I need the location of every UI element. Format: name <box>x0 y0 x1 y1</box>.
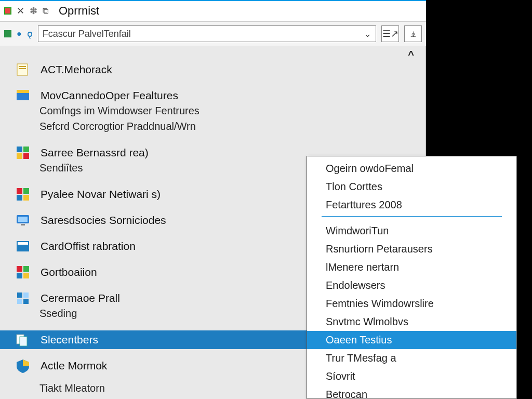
close-icon[interactable]: ✕ <box>17 5 24 17</box>
menu-item[interactable]: lMenere nertarn <box>307 258 516 276</box>
svg-rect-20 <box>17 273 22 278</box>
docs-icon <box>15 331 31 348</box>
result-subitem-label: Comfngs im Wimdowser Fentrures <box>39 105 200 116</box>
result-item-label: CardOffist rabration <box>41 240 136 252</box>
svg-rect-5 <box>17 147 22 152</box>
result-item-label: Saresdsocies Sorniciodes <box>41 214 166 227</box>
monitor-icon <box>15 212 31 229</box>
restore-icon[interactable]: ⧉ <box>43 6 48 16</box>
menu-item[interactable]: Femtnies Wimdowrslire <box>307 295 516 313</box>
result-item-label: Sarree Bernassrd rea) <box>41 147 149 159</box>
result-subitem-label: Sendiîtes <box>39 162 83 174</box>
maximize-icon[interactable]: ✽ <box>30 5 37 17</box>
result-item-label: MovCannedoOper Fealtures <box>41 89 178 102</box>
result-item[interactable]: MovCannedoOper Fealtures <box>0 86 425 105</box>
window: ✕ ✽ ⧉ Oprrnist ● ǫ Fcascur PalvelTenfail… <box>0 0 532 399</box>
svg-rect-14 <box>18 217 28 222</box>
address-input[interactable]: Fcascur PalvelTenfail ⌄ <box>38 25 376 42</box>
address-text: Fcascur PalvelTenfail <box>43 29 131 39</box>
doc-icon <box>15 61 31 78</box>
svg-rect-3 <box>17 92 29 100</box>
svg-rect-8 <box>23 153 29 159</box>
svg-rect-25 <box>23 299 29 304</box>
title-bar: ✕ ✽ ⧉ Oprrnist <box>0 0 426 22</box>
nav-search-icon[interactable]: ǫ <box>27 28 33 39</box>
svg-rect-18 <box>17 266 22 272</box>
svg-rect-4 <box>17 90 29 93</box>
flag2-icon <box>15 290 31 307</box>
svg-rect-15 <box>21 224 25 225</box>
svg-rect-21 <box>23 273 29 278</box>
shield-icon <box>15 357 31 374</box>
menu-item[interactable]: Snvtmc Wlmolbvs <box>307 313 516 331</box>
box-icon <box>15 87 31 104</box>
result-subitem[interactable]: Comfngs im Wimdowser Fentrures <box>0 105 425 121</box>
result-subitem-label: Tiakt Mleatorn <box>39 382 105 394</box>
app-icon <box>4 7 11 15</box>
svg-rect-6 <box>23 147 29 152</box>
menu-item[interactable]: Trur TMesfag a <box>307 349 516 367</box>
svg-rect-11 <box>17 195 22 201</box>
svg-rect-24 <box>17 299 22 304</box>
svg-rect-1 <box>19 66 26 67</box>
result-subitem-label: Sefcrd Corcrogtior Praddnual/Wrn <box>39 121 196 132</box>
winlogo-icon <box>15 186 31 203</box>
panel-icon <box>15 238 31 255</box>
result-item-label: Pyalee Novar Netiwari s) <box>41 188 161 201</box>
winflag-icon <box>15 144 31 161</box>
menu-item[interactable]: Endolewsers <box>307 276 516 295</box>
svg-rect-7 <box>17 153 22 159</box>
menu-item[interactable]: Fetarttures 2008 <box>307 196 516 214</box>
scroll-up-icon[interactable]: ^ <box>408 49 414 61</box>
menu-item[interactable]: Tlon Corttes <box>307 178 516 196</box>
menu-item[interactable]: Oaeen Testius <box>307 331 516 349</box>
svg-rect-17 <box>18 242 28 245</box>
page-title: Oprrnist <box>59 4 99 18</box>
result-item-label: Actle Mormok <box>41 360 107 372</box>
result-item-label: Slecentbers <box>41 334 98 346</box>
chevron-down-icon[interactable]: ⌄ <box>364 28 371 39</box>
svg-rect-9 <box>17 188 22 194</box>
svg-rect-19 <box>23 266 29 272</box>
result-item[interactable]: ACT.Mehorack <box>0 60 425 79</box>
menu-separator <box>322 216 502 217</box>
context-menu: Ogeirn owdoFemalTlon CorttesFetarttures … <box>307 156 517 399</box>
app-glyph <box>4 30 11 37</box>
menu-item[interactable]: Rsnurtiorn Petarausers <box>307 240 516 258</box>
address-bar: ● ǫ Fcascur PalvelTenfail ⌄ ☰↗ ⍎ <box>0 22 426 46</box>
nav-dot-icon[interactable]: ● <box>17 29 22 38</box>
svg-rect-0 <box>17 64 28 75</box>
go-button[interactable]: ☰↗ <box>381 25 399 42</box>
svg-rect-10 <box>23 188 29 194</box>
svg-rect-2 <box>19 68 26 69</box>
menu-item[interactable]: WimdworiTun <box>307 222 516 240</box>
svg-rect-23 <box>23 292 29 298</box>
result-item-label: Cerermaoe Prall <box>41 292 120 304</box>
svg-rect-22 <box>17 292 22 298</box>
result-item-label: ACT.Mehorack <box>41 63 112 76</box>
menu-item[interactable]: Betrocan <box>307 385 516 399</box>
menu-item[interactable]: Síovrit <box>307 367 516 385</box>
winlogo-icon <box>15 264 31 281</box>
svg-rect-27 <box>20 337 27 346</box>
settings-button[interactable]: ⍎ <box>404 25 422 42</box>
result-subitem[interactable]: Sefcrd Corcrogtior Praddnual/Wrn <box>0 121 425 136</box>
result-item-label: Gortboaiion <box>41 266 97 278</box>
svg-rect-12 <box>23 195 29 201</box>
result-subitem-label: Sseding <box>39 308 77 319</box>
menu-item[interactable]: Ogeirn owdoFemal <box>307 159 516 178</box>
